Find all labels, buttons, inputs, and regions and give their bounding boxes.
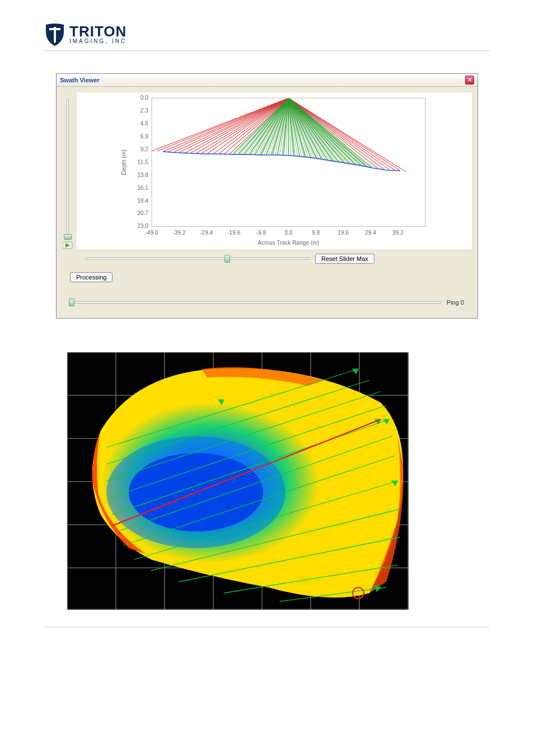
svg-text:9.8: 9.8 — [312, 230, 320, 236]
ping-label: Ping 0 — [447, 299, 464, 306]
svg-text:13.8: 13.8 — [137, 172, 148, 178]
svg-text:Across Track Range (m): Across Track Range (m) — [258, 240, 320, 246]
vertical-depth-slider[interactable] — [62, 92, 73, 249]
close-icon[interactable]: ✕ — [465, 76, 474, 85]
svg-text:Depth (m): Depth (m) — [121, 150, 127, 175]
ping-slider[interactable] — [70, 301, 441, 304]
svg-text:2.3: 2.3 — [140, 108, 148, 114]
svg-text:16.1: 16.1 — [137, 185, 148, 191]
svg-text:23.0: 23.0 — [137, 223, 148, 229]
footer-rule — [45, 627, 489, 627]
svg-text:19.6: 19.6 — [338, 230, 349, 236]
svg-text:4.6: 4.6 — [140, 120, 148, 127]
svg-text:0.0: 0.0 — [284, 230, 292, 236]
range-slider[interactable] — [86, 258, 310, 260]
bathymetry-map-image — [67, 352, 467, 610]
window-titlebar: Swath Viewer ✕ — [57, 74, 477, 87]
svg-text:29.4: 29.4 — [365, 230, 376, 236]
svg-text:39.2: 39.2 — [392, 230, 404, 236]
swath-viewer-window: Swath Viewer ✕ 0.02.34.66.99.211.513.816… — [56, 73, 478, 319]
brand-name: TRITON — [69, 24, 127, 39]
page-header: TRITON IMAGING, INC — [45, 22, 489, 51]
svg-text:-29.4: -29.4 — [200, 230, 213, 236]
svg-text:-19.6: -19.6 — [227, 230, 241, 236]
shield-icon — [45, 22, 65, 46]
swath-chart: 0.02.34.66.99.211.513.816.118.420.723.0-… — [77, 92, 472, 249]
play-icon[interactable] — [63, 241, 73, 249]
svg-text:-39.2: -39.2 — [172, 230, 186, 236]
svg-text:11.5: 11.5 — [137, 159, 148, 165]
processing-button[interactable]: Processing — [70, 272, 113, 282]
svg-text:6.9: 6.9 — [140, 133, 148, 139]
brand-subtitle: IMAGING, INC — [69, 39, 127, 44]
svg-text:-49.0: -49.0 — [145, 230, 158, 236]
svg-text:0.0: 0.0 — [140, 95, 148, 101]
svg-text:20.7: 20.7 — [137, 210, 148, 216]
svg-text:9.2: 9.2 — [140, 146, 148, 152]
svg-text:18.4: 18.4 — [137, 198, 148, 204]
brand-logo: TRITON IMAGING, INC — [45, 22, 489, 46]
svg-text:-9.8: -9.8 — [256, 230, 266, 236]
window-title: Swath Viewer — [60, 77, 100, 83]
reset-slider-max-button[interactable]: Reset Slider Max — [315, 254, 374, 264]
